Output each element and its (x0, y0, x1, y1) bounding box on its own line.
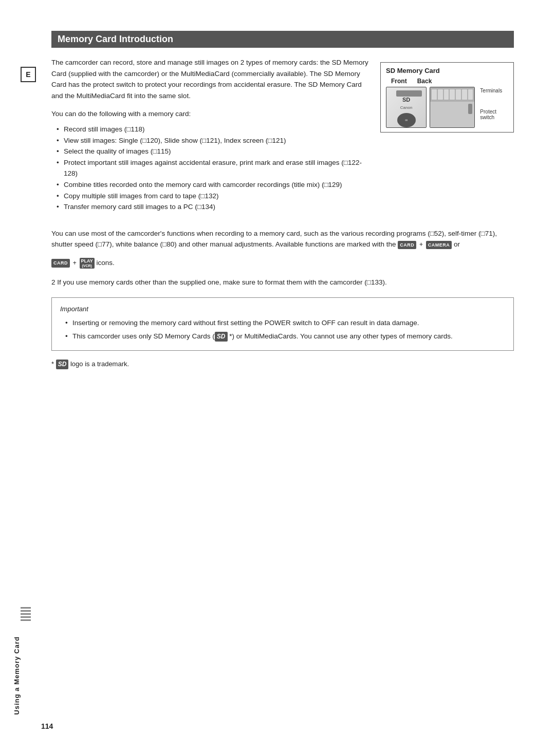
sidebar-text: Using a Memory Card (13, 636, 21, 715)
sd-right-labels: Terminals Protect switch (480, 87, 508, 120)
page-number: 114 (41, 722, 53, 730)
numbered-paragraph: 2 If you use memory cards other than the… (51, 277, 514, 288)
page-title: Memory Card Introduction (51, 31, 514, 48)
card-back (430, 87, 475, 128)
list-item: View still images: Single (□120), Slide … (57, 135, 370, 146)
play-text: PLAY (81, 258, 93, 264)
section-heading: You can do the following with a memory c… (51, 108, 370, 120)
e-marker-label: E (26, 70, 30, 79)
page: E Memory Card Introduction The camcorder… (0, 0, 555, 756)
icons-text: icons. (97, 259, 115, 267)
back-label: Back (417, 78, 432, 85)
para-after-line2: CARD + PLAY (VCR) icons. (51, 257, 514, 269)
left-column: The camcorder can record, store and mana… (51, 57, 370, 220)
list-item: Record still images (□118) (57, 124, 370, 135)
card-front-logo: SD Canon ∞ (397, 97, 416, 128)
vcr-text: (VCR) (82, 264, 91, 268)
numbered-text: If you use memory cards other than the s… (57, 278, 386, 286)
plus-sign-1: + (419, 241, 423, 248)
sd-logo-trademark: SD (56, 360, 69, 369)
important-list: Inserting or removing the memory card wi… (60, 317, 505, 342)
sd-card-title: SD Memory Card (386, 67, 508, 74)
camera-icon-badge: CAMERA (426, 241, 452, 249)
list-item: Protect important still images against a… (57, 157, 370, 179)
card-icon-badge: CARD (398, 241, 416, 249)
sd-card-diagram: SD Memory Card Front Back SD Canon ∞ (380, 57, 514, 220)
terminals-label: Terminals (480, 88, 508, 93)
card-front: SD Canon ∞ (386, 87, 427, 128)
trademark-note: * SD logo is a trademark. (51, 359, 514, 370)
plus-sign-2: + (73, 259, 77, 267)
sd-card-box: SD Memory Card Front Back SD Canon ∞ (380, 62, 514, 133)
play-vcr-badge: PLAY (VCR) (80, 258, 95, 269)
front-label: Front (391, 78, 407, 85)
e-marker: E (21, 67, 36, 82)
or-text: or (454, 240, 460, 248)
list-item: Select the quality of images (□115) (57, 146, 370, 157)
numbered-num: 2 (51, 278, 55, 286)
intro-paragraph-1: The camcorder can record, store and mana… (51, 57, 370, 101)
important-item-2: This camcorder uses only SD Memory Cards… (65, 331, 505, 342)
para-after: You can use most of the camcorder's func… (51, 228, 514, 250)
list-item: Copy multiple still images from card to … (57, 191, 370, 202)
important-title: Important (60, 304, 505, 315)
main-content: The camcorder can record, store and mana… (51, 57, 514, 220)
feature-list: Record still images (□118) View still im… (51, 124, 370, 213)
card-icon-badge-2: CARD (51, 259, 70, 267)
protect-label: Protect switch (480, 109, 508, 120)
sd-card-labels: Front Back (386, 78, 508, 85)
title-text: Memory Card Introduction (58, 34, 173, 44)
list-item: Combine titles recorded onto the memory … (57, 179, 370, 191)
important-box: Important Inserting or removing the memo… (51, 297, 514, 351)
list-item: Transfer memory card still images to a P… (57, 201, 370, 213)
important-item-1: Inserting or removing the memory card wi… (65, 317, 505, 329)
sd-card-images: SD Canon ∞ (386, 87, 508, 128)
sd-logo-inline: SD (215, 332, 228, 342)
sidebar-decoration (21, 607, 31, 622)
